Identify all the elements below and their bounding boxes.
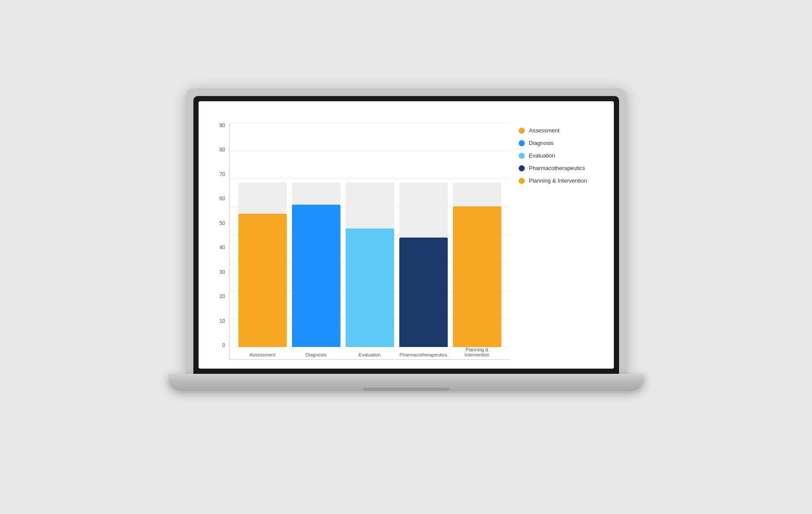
legend-dot <box>519 178 525 184</box>
laptop-wrapper: 9080706050403020100 AssessmentDiagnosisE… <box>168 88 644 426</box>
laptop-screen-outer: 9080706050403020100 AssessmentDiagnosisE… <box>186 88 627 374</box>
y-axis-label: 80 <box>219 147 225 152</box>
y-axis-label: 90 <box>219 123 225 128</box>
y-axis-label: 40 <box>219 245 225 250</box>
legend-label: Planning & Intervention <box>529 177 587 184</box>
bar-x-label: Planning & Intervention <box>453 347 501 357</box>
bar-x-label: Diagnosis <box>292 352 340 357</box>
y-axis-label: 20 <box>219 294 225 299</box>
laptop-screen: 9080706050403020100 AssessmentDiagnosisE… <box>199 101 614 369</box>
legend-label: Assessment <box>529 127 560 134</box>
chart-legend: AssessmentDiagnosisEvaluationPharmacothe… <box>519 123 597 184</box>
legend-label: Pharmacotherapeutics <box>529 165 585 171</box>
legend-dot <box>519 128 525 134</box>
bar-fill <box>346 228 394 347</box>
y-axis-label: 30 <box>219 270 225 275</box>
chart-container: 9080706050403020100 AssessmentDiagnosisE… <box>216 123 510 360</box>
bar-x-label: Pharmacotherapeutics <box>399 352 448 357</box>
legend-item: Pharmacotherapeutics <box>519 165 597 171</box>
bars-row: AssessmentDiagnosisEvaluationPharmacothe… <box>229 123 510 360</box>
legend-dot <box>519 165 525 171</box>
legend-item: Planning & Intervention <box>519 177 597 184</box>
bar-x-label: Assessment <box>238 352 287 357</box>
bar-group: Evaluation <box>346 123 394 359</box>
legend-label: Evaluation <box>529 152 555 159</box>
laptop-base <box>168 374 644 391</box>
bar-group: Pharmacotherapeutics <box>399 123 448 359</box>
y-axis: 9080706050403020100 <box>216 123 229 360</box>
bar-x-label: Evaluation <box>346 352 394 357</box>
legend-item: Assessment <box>519 127 597 134</box>
legend-label: Diagnosis <box>529 140 554 146</box>
chart-area: 9080706050403020100 AssessmentDiagnosisE… <box>216 123 597 360</box>
bar-group: Planning & Intervention <box>453 123 501 359</box>
y-axis-label: 0 <box>222 343 225 348</box>
bar-fill <box>238 214 287 347</box>
y-axis-label: 10 <box>219 318 225 324</box>
legend-item: Evaluation <box>519 152 597 159</box>
legend-dot <box>519 153 525 159</box>
bar-group: Assessment <box>238 123 287 359</box>
bar-fill <box>292 205 340 347</box>
y-axis-label: 50 <box>219 221 225 226</box>
legend-dot <box>519 140 525 146</box>
y-axis-label: 70 <box>219 172 225 177</box>
bar-group: Diagnosis <box>292 123 340 359</box>
bar-fill <box>399 238 448 347</box>
bar-fill <box>453 206 501 347</box>
legend-item: Diagnosis <box>519 140 597 146</box>
y-axis-label: 60 <box>219 196 225 201</box>
bars-section: AssessmentDiagnosisEvaluationPharmacothe… <box>229 123 510 360</box>
laptop-screen-bezel: 9080706050403020100 AssessmentDiagnosisE… <box>193 96 619 374</box>
